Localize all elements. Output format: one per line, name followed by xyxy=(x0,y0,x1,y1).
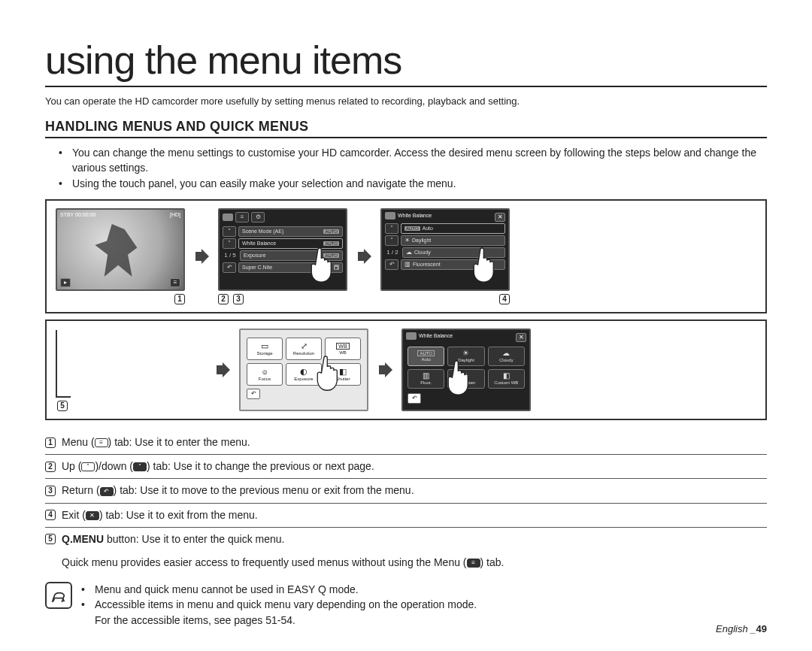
callout-5: 5 xyxy=(57,401,68,411)
exit-icon: ✕ xyxy=(86,511,99,520)
legend-item-1: 1 Menu (≡) tab: Use it to enter the menu… xyxy=(45,431,767,455)
note-item: Accessible items in menu and quick menu … xyxy=(81,597,477,628)
up-icon: ˄ xyxy=(81,462,95,471)
camcorder-icon xyxy=(385,212,395,220)
status-stby: STBY 00:00:00 xyxy=(60,212,95,217)
lcd-white-balance-list: White Balance ✕ ˄AUTOAuto ˅☀Daylight 1 /… xyxy=(380,208,510,291)
lcd-menu-list: ≡ ⚙ ˄Scene Mode (AE)AUTO ˅White BalanceA… xyxy=(218,208,347,291)
callout-3: 3 xyxy=(233,294,244,304)
menu-item[interactable]: Scene Mode (AE)AUTO xyxy=(238,226,343,237)
menu-icon[interactable]: ≡ xyxy=(170,278,180,287)
touch-finger-icon xyxy=(305,244,340,283)
touch-finger-icon xyxy=(311,353,346,392)
legend-item-extra: Quick menu provides easier access to fre… xyxy=(45,551,767,574)
callout-1: 1 xyxy=(174,294,185,304)
menu-tab-icon[interactable]: ≡ xyxy=(235,212,249,223)
up-button[interactable]: ˄ xyxy=(223,226,236,237)
qmenu-storage[interactable]: ▭Storage xyxy=(247,338,283,360)
note-box: Menu and quick menu cannot be used in EA… xyxy=(45,582,767,628)
section-heading: HANDLING MENUS AND QUICK MENUS xyxy=(45,119,767,138)
down-icon: ˅ xyxy=(133,462,147,471)
wb-auto[interactable]: AUTOAuto xyxy=(408,347,444,366)
down-button[interactable]: ˅ xyxy=(223,238,236,249)
intro-bullets: You can change the menu settings to cust… xyxy=(59,146,767,192)
wb-fluor[interactable]: ▥Fluor. xyxy=(408,369,444,389)
diagram-panel-1: STBY 00:00:00 [HD] ▸ ≡ 1 ≡ ⚙ ˄Scene Mode… xyxy=(45,199,767,313)
legend-item-4: 4 Exit (✕) tab: Use it to exit from the … xyxy=(45,504,767,528)
legend-list: 1 Menu (≡) tab: Use it to enter the menu… xyxy=(45,431,767,574)
return-button[interactable]: ↶ xyxy=(408,393,421,404)
arrow-right-icon xyxy=(376,361,394,379)
page-title: using the menu items xyxy=(45,38,767,87)
arrow-right-icon xyxy=(192,247,211,265)
return-button[interactable]: ↶ xyxy=(223,262,236,273)
camcorder-icon xyxy=(406,332,417,340)
down-button[interactable]: ˅ xyxy=(385,235,398,246)
up-button[interactable]: ˄ xyxy=(385,223,398,234)
submenu-title: White Balance xyxy=(398,213,432,218)
status-hd: [HD] xyxy=(170,212,180,217)
lcd-screen-recording: STBY 00:00:00 [HD] ▸ ≡ xyxy=(56,208,185,291)
arrow-right-icon xyxy=(355,247,373,265)
menu-tab-icon: ≡ xyxy=(95,438,108,447)
camcorder-icon xyxy=(223,213,233,221)
settings-tab-icon[interactable]: ⚙ xyxy=(251,212,265,223)
arrow-right-icon xyxy=(214,361,232,379)
return-button[interactable]: ↶ xyxy=(385,259,398,270)
exit-button[interactable]: ✕ xyxy=(495,213,505,222)
play-icon[interactable]: ▸ xyxy=(60,278,71,287)
bullet-item: You can change the menu settings to cust… xyxy=(59,146,767,175)
callout-2: 2 xyxy=(218,294,229,304)
pager: 1 / 5 xyxy=(223,252,238,259)
callout-line xyxy=(56,330,71,398)
touch-finger-icon xyxy=(442,357,477,396)
lcd-quick-menu: ▭Storage ⤢Resolution WBWB ⌾Focus ◐Exposu… xyxy=(239,329,368,411)
legend-item-3: 3 Return (↶) tab: Use it to move to the … xyxy=(45,479,767,503)
lcd-wb-grid: White Balance ✕ AUTOAuto ☀Daylight ☁Clou… xyxy=(401,329,531,411)
return-icon: ↶ xyxy=(100,487,114,496)
qmenu-focus[interactable]: ⌾Focus xyxy=(247,363,283,386)
diagram-panel-2: 5 ▭Storage ⤢Resolution WBWB ⌾Focus ◐Expo… xyxy=(45,319,767,420)
callout-4: 4 xyxy=(499,294,510,304)
wb-custom[interactable]: ◧Custom WB xyxy=(488,369,525,389)
menu-tab-icon: ≡ xyxy=(467,559,480,568)
touch-finger-icon xyxy=(468,244,502,283)
note-item: Menu and quick menu cannot be used in EA… xyxy=(81,582,477,597)
intro-text: You can operate the HD camcorder more us… xyxy=(45,95,767,108)
exit-button[interactable]: ✕ xyxy=(516,333,526,342)
wb-cloudy[interactable]: ☁Cloudy xyxy=(488,347,525,366)
return-button[interactable]: ↶ xyxy=(247,389,260,399)
legend-item-5: 5 Q.MENU button: Use it to enter the qui… xyxy=(45,528,767,551)
pager: 1 / 2 xyxy=(385,249,400,256)
legend-item-2: 2 Up (˄)/down (˅) tab: Use it to change … xyxy=(45,455,767,479)
note-icon xyxy=(45,582,72,609)
page-footer: English _49 xyxy=(716,623,767,634)
submenu-title: White Balance xyxy=(419,333,453,338)
bullet-item: Using the touch panel, you can easily ma… xyxy=(59,177,767,192)
menu-item-selected[interactable]: AUTOAuto xyxy=(401,223,505,234)
